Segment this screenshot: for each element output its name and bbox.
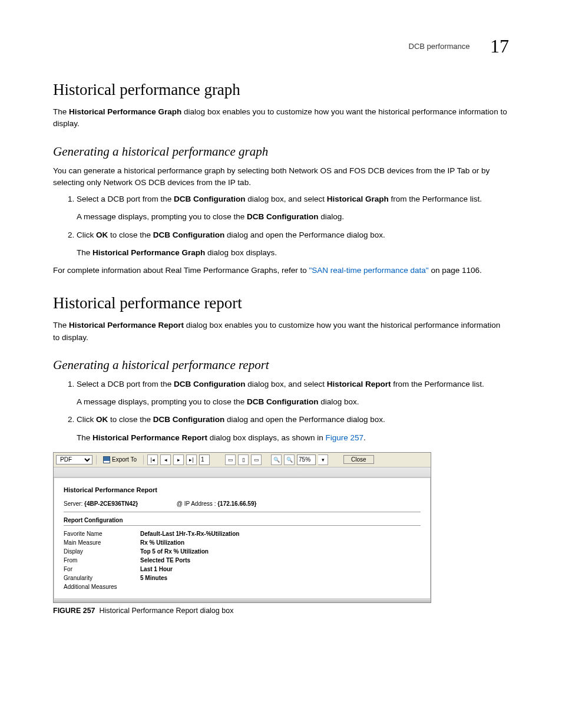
report-row-value: 5 Minutes xyxy=(140,575,167,581)
report-row-value: Last 1 Hour xyxy=(140,566,173,572)
page-number-input[interactable] xyxy=(199,454,210,465)
step-1-report: Select a DCB port from the DCB Configura… xyxy=(77,378,509,409)
zoom-out-button[interactable]: 🔍 xyxy=(284,454,295,465)
server-label: Server: xyxy=(64,500,82,507)
dialog-footer-band xyxy=(54,599,431,602)
step-2-report: Click OK to close the DCB Configuration … xyxy=(77,414,509,444)
report-config-heading: Report Configuration xyxy=(64,515,421,526)
report-row-key: Additional Measures xyxy=(64,584,140,590)
heading-historical-performance-graph: Historical performance graph xyxy=(53,81,509,99)
fit-page-button[interactable]: ▯ xyxy=(238,454,249,465)
fit-width-button[interactable]: ▭ xyxy=(251,454,262,465)
report-meta: Server: {4BP-2CE936TN42} @ IP Address : … xyxy=(64,500,421,512)
figure-number: FIGURE 257 xyxy=(53,607,95,615)
link-figure-257[interactable]: Figure 257 xyxy=(325,433,363,442)
chapter-number: 17 xyxy=(490,35,509,57)
report-row-value: Selected TE Ports xyxy=(140,557,190,564)
report-row: DisplayTop 5 of Rx % Utilization xyxy=(64,547,421,556)
paragraph-graph-intro: The Historical Performance Graph dialog … xyxy=(53,106,509,130)
historical-performance-report-dialog: PDF Export To |◂ ◂ ▸ ▸| ▭ ▯ ▭ 🔍 🔍 xyxy=(53,452,431,603)
server-value: {4BP-2CE936TN42} xyxy=(84,500,138,507)
figure-caption: FIGURE 257 Historical Performance Report… xyxy=(53,607,509,615)
report-row: Favorite NameDefault-Last 1Hr-Tx-Rx-%Uti… xyxy=(64,529,421,538)
report-row-key: For xyxy=(64,566,140,572)
report-row: Additional Measures xyxy=(64,582,421,591)
paragraph-graph-gen-intro: You can generate a historical performanc… xyxy=(53,165,509,189)
report-row-value: Top 5 of Rx % Utilization xyxy=(140,548,209,555)
step-1-graph: Select a DCB port from the DCB Configura… xyxy=(77,193,509,223)
report-row: Main MeasureRx % Utilization xyxy=(64,538,421,547)
step-2-report-sub: The Historical Performance Report dialog… xyxy=(77,432,509,444)
step-2-graph: Click OK to close the DCB Configuration … xyxy=(77,229,509,259)
header-section-title: DCB performance xyxy=(409,42,470,51)
actual-size-button[interactable]: ▭ xyxy=(225,454,236,465)
report-title: Historical Performance Report xyxy=(64,486,421,497)
first-page-button[interactable]: |◂ xyxy=(147,454,158,465)
heading-generating-graph: Generating a historical performance grap… xyxy=(53,144,509,159)
report-row: Granularity5 Minutes xyxy=(64,574,421,582)
step-1-graph-sub: A message displays, prompting you to clo… xyxy=(77,211,509,223)
zoom-in-button[interactable]: 🔍 xyxy=(271,454,282,465)
export-label: Export To xyxy=(112,456,137,463)
report-row: ForLast 1 Hour xyxy=(64,565,421,574)
dialog-grayband xyxy=(54,467,431,477)
zoom-dropdown-button[interactable]: ▾ xyxy=(318,454,328,465)
heading-historical-performance-report: Historical performance report xyxy=(53,294,509,312)
next-page-button[interactable]: ▸ xyxy=(173,454,184,465)
report-row-key: Display xyxy=(64,548,140,555)
report-body: Historical Performance Report Server: {4… xyxy=(54,477,431,599)
report-row-key: From xyxy=(64,557,140,564)
figure-caption-text: Historical Performance Report dialog box xyxy=(100,607,234,615)
format-select[interactable]: PDF xyxy=(56,455,92,465)
heading-generating-report: Generating a historical performance repo… xyxy=(53,358,509,373)
report-row-value: Rx % Utilization xyxy=(140,539,184,546)
report-row-key: Main Measure xyxy=(64,539,140,546)
dialog-toolbar: PDF Export To |◂ ◂ ▸ ▸| ▭ ▯ ▭ 🔍 🔍 xyxy=(54,453,431,467)
export-button[interactable]: Export To xyxy=(100,455,140,465)
ip-value: {172.16.66.59} xyxy=(217,500,256,507)
report-row-key: Granularity xyxy=(64,575,140,581)
last-page-button[interactable]: ▸| xyxy=(186,454,197,465)
report-row-key: Favorite Name xyxy=(64,531,140,537)
step-1-report-sub: A message displays, prompting you to clo… xyxy=(77,396,509,408)
paragraph-report-intro: The Historical Performance Report dialog… xyxy=(53,319,509,344)
figure-257: PDF Export To |◂ ◂ ▸ ▸| ▭ ▯ ▭ 🔍 🔍 xyxy=(53,452,509,615)
paragraph-graph-reference: For complete information about Real Time… xyxy=(53,265,509,276)
steps-generate-graph: Select a DCB port from the DCB Configura… xyxy=(53,193,509,259)
separator xyxy=(96,455,97,465)
ip-label: @ IP Address : xyxy=(177,500,216,507)
running-header: DCB performance 17 xyxy=(53,35,509,57)
prev-page-button[interactable]: ◂ xyxy=(160,454,171,465)
report-row: FromSelected TE Ports xyxy=(64,556,421,565)
report-row-value: Default-Last 1Hr-Tx-Rx-%Utilization xyxy=(140,531,239,537)
step-2-graph-sub: The Historical Performance Graph dialog … xyxy=(77,247,509,259)
separator xyxy=(143,455,144,465)
link-san-realtime[interactable]: "SAN real-time performance data" xyxy=(309,266,428,275)
close-button[interactable]: Close xyxy=(343,455,374,464)
zoom-input[interactable] xyxy=(297,454,316,465)
save-disk-icon xyxy=(103,456,110,463)
steps-generate-report: Select a DCB port from the DCB Configura… xyxy=(53,378,509,444)
